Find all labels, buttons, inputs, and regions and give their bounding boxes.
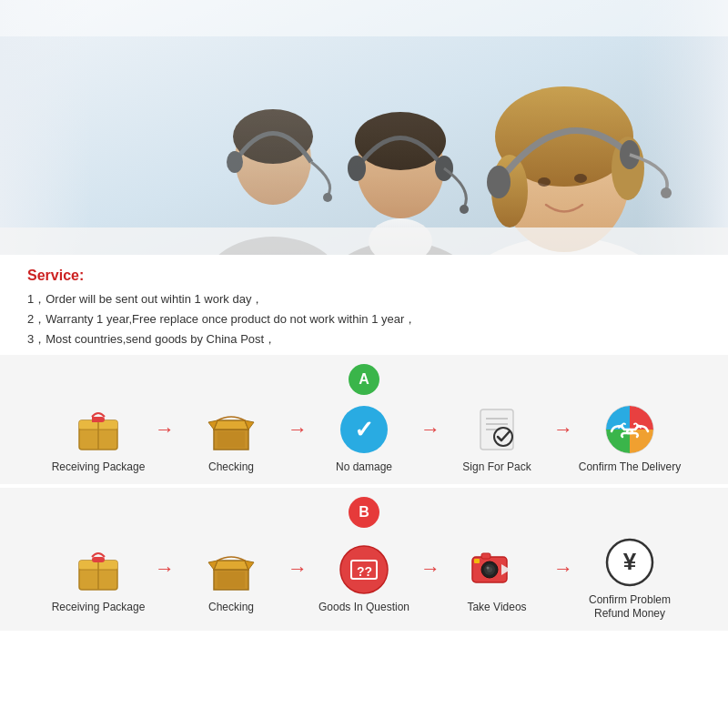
confirm-delivery-icon	[598, 402, 662, 457]
svg-rect-50	[217, 571, 245, 588]
flow-a-section: A Receiving Package	[0, 355, 728, 484]
flow-b-label-4: Take Videos	[467, 601, 526, 615]
svg-rect-35	[92, 417, 98, 422]
service-item-1: 1，Order will be sent out wihtin 1 work d…	[27, 289, 701, 309]
service-title: Service:	[27, 268, 701, 284]
flow-a-step-3: ✓ No damage	[309, 402, 419, 475]
flow-a-label-1: Receiving Package	[52, 460, 146, 475]
take-videos-icon	[465, 542, 529, 597]
service-item-3: 3，Most countries,send goods by China Pos…	[27, 329, 701, 349]
service-item-2: 2，Warranty 1 year,Free replace once prod…	[27, 309, 701, 329]
svg-point-14	[348, 156, 366, 181]
flow-a-label-2: Checking	[208, 460, 254, 475]
flow-b-label-5: Confirm Problem Refund Money	[589, 593, 671, 622]
arrow-a-4: →	[553, 418, 573, 441]
arrow-a-1: →	[155, 418, 175, 441]
arrow-a-2: →	[288, 418, 308, 441]
arrow-b-3: →	[420, 557, 440, 581]
flow-b-row: Receiving Package → Checking →	[9, 535, 719, 622]
svg-point-26	[661, 187, 672, 198]
receiving-package-icon-a	[66, 402, 130, 457]
flow-b-label-1: Receiving Package	[52, 601, 146, 615]
hero-background	[0, 0, 728, 255]
flow-a-step-2: Checking	[177, 402, 286, 475]
svg-point-8	[323, 193, 332, 202]
svg-point-27	[538, 177, 551, 187]
flow-b-step-3: ?? Goods In Question	[309, 542, 419, 615]
no-damage-icon: ✓	[332, 402, 396, 457]
flow-b-step-1: Receiving Package	[44, 542, 153, 615]
svg-rect-30	[0, 228, 728, 255]
flow-a-label-5: Confirm The Delivery	[579, 460, 681, 475]
svg-point-28	[574, 174, 587, 183]
flow-b-step-5: ¥ Confirm Problem Refund Money	[575, 535, 684, 622]
receiving-package-icon-b	[66, 542, 130, 597]
flow-b-step-4: Take Videos	[442, 542, 551, 615]
svg-rect-29	[0, 0, 728, 36]
goods-in-question-icon: ??	[332, 542, 396, 597]
sign-for-pack-icon	[465, 402, 529, 457]
svg-rect-61	[474, 559, 480, 563]
flow-a-step-5: Confirm The Delivery	[575, 402, 684, 475]
svg-rect-59	[481, 553, 490, 559]
flow-b-step-2: Checking	[177, 542, 286, 615]
flow-b-label-2: Checking	[208, 601, 254, 615]
arrow-b-1: →	[155, 557, 175, 581]
svg-rect-2	[637, 0, 728, 255]
svg-point-12	[355, 112, 446, 170]
svg-rect-48	[92, 557, 105, 562]
service-section: Service: 1，Order will be sent out wihtin…	[0, 255, 728, 355]
badge-b: B	[349, 497, 379, 528]
flow-a-step-1: Receiving Package	[44, 402, 153, 475]
svg-rect-1	[0, 0, 91, 255]
checking-icon-b	[199, 542, 263, 597]
svg-text:¥: ¥	[623, 548, 637, 575]
check-circle: ✓	[340, 406, 388, 453]
flow-a-badge-container: A	[9, 364, 719, 395]
service-list: 1，Order will be sent out wihtin 1 work d…	[27, 289, 701, 349]
svg-point-24	[487, 166, 511, 198]
arrow-a-3: →	[420, 418, 440, 441]
svg-point-7	[227, 151, 243, 173]
svg-point-5	[233, 109, 313, 164]
hero-banner	[0, 0, 728, 255]
hero-illustration	[0, 0, 728, 255]
flow-a-row: Receiving Package →	[9, 402, 719, 475]
checkmark-symbol: ✓	[354, 416, 374, 444]
svg-point-16	[460, 205, 469, 214]
flow-a-step-4: Sign For Pack	[442, 402, 551, 475]
svg-text:??: ??	[357, 564, 372, 579]
flow-b-badge-container: B	[9, 497, 719, 528]
arrow-b-2: →	[288, 557, 308, 581]
flow-a-label-3: No damage	[336, 460, 392, 475]
flow-b-section: B Receiving Package →	[0, 488, 728, 631]
flow-a-label-4: Sign For Pack	[462, 460, 531, 475]
checking-icon-a	[199, 402, 263, 457]
badge-a: A	[349, 364, 379, 395]
confirm-problem-icon: ¥	[598, 535, 662, 590]
flow-b-label-3: Goods In Question	[318, 601, 410, 615]
svg-rect-37	[217, 431, 245, 448]
arrow-b-4: →	[553, 557, 573, 581]
svg-point-58	[487, 566, 490, 569]
